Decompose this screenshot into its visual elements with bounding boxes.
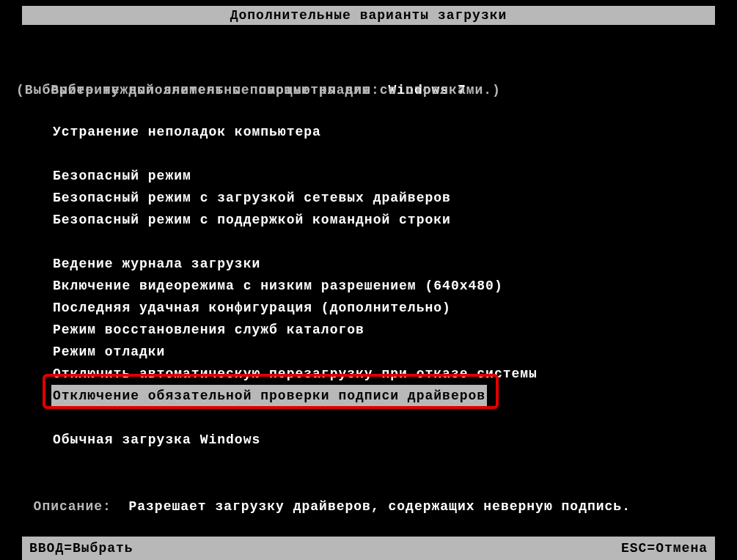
menu-item-boot-logging[interactable]: Ведение журнала загрузки xyxy=(51,253,262,275)
footer-enter: ВВОД=Выбрать xyxy=(29,537,133,560)
description-text: Разрешает загрузку драйверов, содержащих… xyxy=(128,499,631,514)
menu-item-debugging-mode[interactable]: Режим отладки xyxy=(51,341,166,363)
instruction-line: (Выберите нужный элемент с помощью клави… xyxy=(16,79,721,101)
boot-options-menu[interactable]: Устранение неполадок компьютера Безопасн… xyxy=(51,121,539,451)
menu-item-directory-services-restore[interactable]: Режим восстановления служб каталогов xyxy=(51,319,366,341)
menu-item-disable-auto-restart[interactable]: Отключить автоматическую перезагрузку пр… xyxy=(51,363,539,385)
menu-item-safe-mode[interactable]: Безопасный режим xyxy=(51,165,193,187)
menu-item-repair-computer[interactable]: Устранение неполадок компьютера xyxy=(51,121,323,143)
footer-esc: ESC=Отмена xyxy=(621,537,708,560)
menu-item-safe-mode-command[interactable]: Безопасный режим с поддержкой командной … xyxy=(51,209,452,231)
menu-item-low-res-video[interactable]: Включение видеорежима с низким разрешени… xyxy=(51,275,505,297)
description-line: Описание: Разрешает загрузку драйверов, … xyxy=(16,474,631,495)
prompt-line: Выберите дополнительные параметры для: W… xyxy=(16,57,721,79)
description-label: Описание: xyxy=(34,499,111,514)
title-text: Дополнительные варианты загрузки xyxy=(230,8,507,23)
footer-bar: ВВОД=Выбрать ESC=Отмена xyxy=(22,537,715,560)
menu-item-last-known-good[interactable]: Последняя удачная конфигурация (дополнит… xyxy=(51,297,452,319)
menu-item-disable-driver-signature[interactable]: Отключение обязательной проверки подписи… xyxy=(51,385,487,407)
title-bar: Дополнительные варианты загрузки xyxy=(22,6,715,25)
menu-item-safe-mode-networking[interactable]: Безопасный режим с загрузкой сетевых дра… xyxy=(51,187,452,209)
menu-item-start-windows-normally[interactable]: Обычная загрузка Windows xyxy=(51,429,262,451)
content-area: Выберите дополнительные параметры для: W… xyxy=(16,57,721,101)
